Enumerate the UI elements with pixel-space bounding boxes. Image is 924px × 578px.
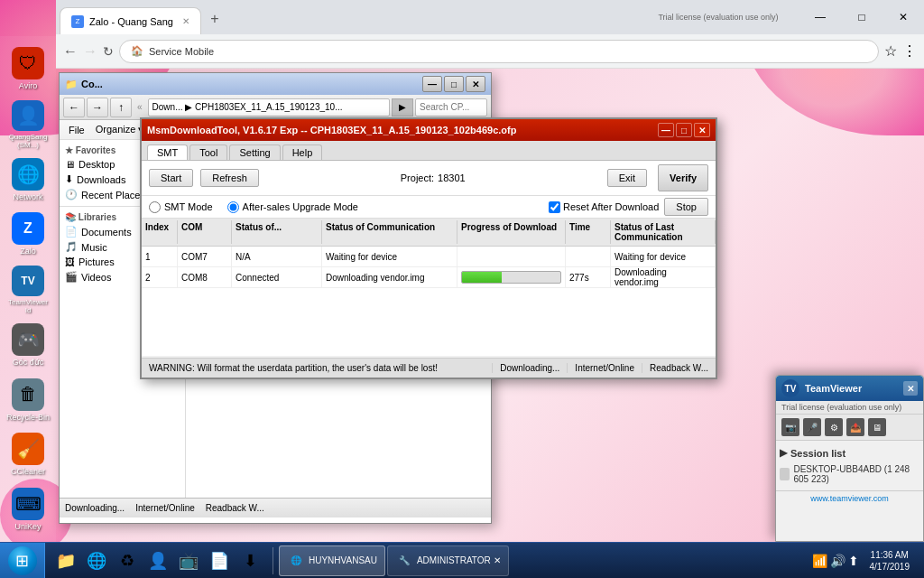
fe-search[interactable] (415, 98, 487, 117)
msm-stop-btn[interactable]: Stop (664, 198, 708, 216)
msm-close[interactable]: ✕ (694, 123, 710, 137)
ccleaner-label: CCleaner (11, 467, 45, 476)
tray-up-icon[interactable]: ⬆ (848, 554, 859, 568)
sidebar-item-gocduc[interactable]: 🎮 Góc đức (5, 320, 51, 371)
taskbar-item-huynhvansau[interactable]: 🌐 HUYNHVANSAU (279, 545, 385, 576)
taskbar-tv-icon[interactable]: 📺 (175, 547, 202, 574)
fe-maximize[interactable]: □ (444, 76, 464, 92)
sidebar-item-recycle[interactable]: 🗑 Recycle-Bin (5, 374, 51, 425)
quick-launch: 📁 🌐 ♻ 👤 📺 📄 ⬇ (49, 547, 267, 574)
fe-status-text: Downloading... (65, 503, 125, 513)
minimize-button[interactable]: — (799, 0, 841, 34)
sidebar-item-unikey[interactable]: ⌨ UniKey (5, 483, 51, 535)
separator (273, 547, 273, 574)
fe-menu-file[interactable]: File (65, 123, 88, 137)
chrome-tab-close[interactable]: ✕ (182, 16, 189, 26)
sidebar-item-teamviewer[interactable]: TV TeamViewerId (5, 264, 51, 316)
msm-tab-help[interactable]: Help (282, 144, 323, 160)
msm-tab-smt[interactable]: SMT (147, 144, 188, 160)
network-label: Network (13, 192, 42, 201)
aviro-label: Aviro (19, 81, 37, 90)
maximize-button[interactable]: □ (841, 0, 882, 34)
tv-session-item[interactable]: DESKTOP-UBB4ABD (1 248 605 223) (780, 461, 919, 487)
tv-monitor-icon[interactable]: 🖥 (868, 418, 886, 436)
fe-back[interactable]: ← (63, 98, 85, 117)
admin-taskbar-icon: 🔧 (395, 552, 413, 570)
tv-camera-icon[interactable]: 📷 (781, 418, 799, 436)
msm-tab-tool[interactable]: Tool (189, 144, 227, 160)
bookmark-icon[interactable]: ☆ (884, 42, 897, 60)
td-index-2: 2 (142, 267, 178, 287)
start-button[interactable]: ⊞ (0, 543, 45, 579)
tv-session-list: ▶ Session list DESKTOP-UBB4ABD (1 248 60… (776, 441, 923, 490)
recycle-label: Recycle-Bin (6, 413, 50, 422)
taskbar-user-icon[interactable]: 👤 (144, 547, 171, 574)
tray-network-icon[interactable]: 📶 (812, 554, 827, 568)
taskbar-download-icon[interactable]: ⬇ (236, 547, 263, 574)
th-last-comm: Status of Last Communication (611, 220, 716, 244)
sidebar-item-aviro[interactable]: 🛡 Aviro (5, 43, 51, 95)
taskbar-item-admin[interactable]: 🔧 ADMINISTRATOR ✕ (387, 545, 509, 576)
msm-maximize[interactable]: □ (676, 123, 692, 137)
fe-close[interactable]: ✕ (466, 76, 485, 92)
taskbar-ie-icon[interactable]: 🌐 (83, 547, 110, 574)
msm-minimize[interactable]: — (658, 123, 674, 137)
back-button[interactable]: ← (63, 43, 78, 60)
tv-session-header: ▶ Session list (780, 444, 919, 461)
msm-aftersales-radio[interactable] (227, 201, 239, 213)
tray-volume-icon[interactable]: 🔊 (830, 554, 845, 568)
clock-date: 4/17/2019 (870, 561, 910, 573)
zalo-favicon: Z (71, 15, 84, 28)
msm-smt-mode: SMT Mode (149, 201, 213, 213)
taskbar-folder-icon[interactable]: 📁 (52, 547, 79, 574)
msm-mode-bar: SMT Mode After-sales Upgrade Mode Reset … (142, 196, 716, 219)
gocduc-icon: 🎮 (12, 323, 44, 356)
tv-share-icon[interactable]: 📤 (846, 418, 864, 436)
msm-exit-btn[interactable]: Exit (607, 169, 647, 187)
fe-minimize[interactable]: — (422, 76, 442, 92)
msm-smt-radio[interactable] (149, 201, 161, 213)
msm-window: MsmDownloadTool, V1.6.17 Exp -- CPH1803E… (140, 117, 717, 379)
refresh-button[interactable]: ↻ (103, 44, 114, 59)
msm-verify-btn[interactable]: Verify (658, 164, 708, 191)
quangsang-label: QuangSang(SM...) (9, 133, 48, 149)
taskbar-refresh-icon[interactable]: ♻ (114, 547, 141, 574)
td-time-2: 277s (566, 267, 611, 287)
msm-internet-status: Internet/Online (568, 363, 642, 373)
teamviewer-window: TV TeamViewer ✕ Trial license (evaluatio… (775, 375, 924, 542)
msm-tab-setting[interactable]: Setting (229, 144, 280, 160)
tv-close-btn[interactable]: ✕ (903, 381, 918, 396)
forward-button[interactable]: → (83, 43, 97, 60)
sidebar-item-network[interactable]: 🌐 Network (5, 154, 51, 206)
fe-forward[interactable]: → (87, 98, 108, 117)
tv-mic-icon[interactable]: 🎤 (803, 418, 821, 436)
msm-reset-check[interactable] (549, 201, 560, 213)
sidebar-item-zalo[interactable]: Z Zalo (5, 209, 51, 260)
msm-refresh-btn[interactable]: Refresh (200, 169, 259, 187)
th-time: Time (566, 220, 611, 244)
msm-start-btn[interactable]: Start (149, 169, 193, 187)
msm-aftersales-label: After-sales Upgrade Mode (243, 201, 358, 212)
tv-logo: TV (781, 379, 799, 397)
taskbar-item-label: HUYNHVANSAU (309, 555, 377, 565)
taskbar-doc-icon[interactable]: 📄 (206, 547, 233, 574)
msm-reset-label: Reset After Download (563, 201, 659, 212)
sidebar-item-quangsang[interactable]: 👤 QuangSang(SM...) (5, 98, 51, 151)
tv-gear-icon[interactable]: ⚙ (825, 418, 843, 436)
gocduc-label: Góc đức (13, 358, 44, 367)
new-tab-button[interactable]: + (203, 7, 226, 31)
chrome-tab-label: Zalo - Quang Sang (89, 16, 173, 27)
network-icon: 🌐 (12, 158, 44, 191)
address-bar[interactable]: 🏠 Service Mobile (119, 40, 879, 63)
th-com: COM (178, 220, 232, 244)
sidebar-item-ccleaner[interactable]: 🧹 CCleaner (5, 429, 51, 480)
chrome-tab[interactable]: Z Zalo - Quang Sang ✕ (60, 7, 201, 34)
menu-icon[interactable]: ⋮ (902, 42, 917, 60)
msm-toolbar: Start Refresh Project: 18301 Exit Verify (142, 161, 716, 196)
td-com-1: COM7 (178, 247, 232, 266)
fe-go-btn[interactable]: ▶ (392, 98, 413, 117)
fe-up[interactable]: ↑ (110, 98, 132, 117)
close-button[interactable]: ✕ (882, 0, 924, 34)
fe-address-bar[interactable] (148, 98, 390, 117)
msm-aftersales-mode: After-sales Upgrade Mode (227, 201, 358, 213)
